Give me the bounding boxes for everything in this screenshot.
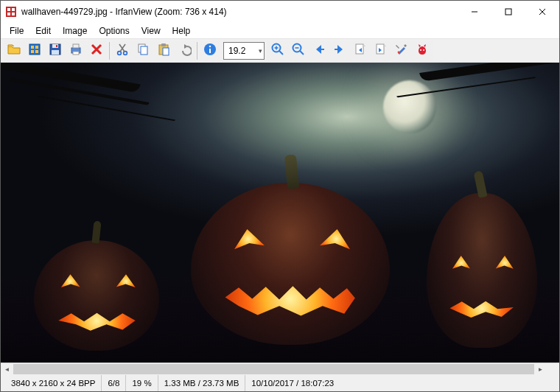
svg-rect-43: [335, 49, 339, 50]
svg-rect-4: [12, 13, 15, 15]
zoom-in-icon: [270, 42, 285, 59]
svg-line-40: [300, 51, 304, 55]
menu-file[interactable]: File: [4, 24, 29, 38]
first-file-icon: [353, 42, 368, 59]
zoom-in-button[interactable]: [267, 41, 288, 61]
previous-button[interactable]: [309, 41, 329, 61]
svg-rect-3: [7, 13, 10, 15]
open-button[interactable]: [4, 41, 24, 61]
svg-rect-2: [12, 8, 15, 11]
svg-rect-30: [161, 43, 166, 46]
info-button[interactable]: [200, 41, 220, 61]
svg-rect-42: [320, 49, 324, 50]
about-button[interactable]: [412, 41, 433, 61]
settings-icon: [394, 42, 409, 59]
copy-button[interactable]: [133, 41, 153, 61]
menu-edit[interactable]: Edit: [29, 24, 57, 38]
svg-point-47: [420, 49, 421, 51]
titlebar: wallhaven-449729.jpg - IrfanView (Zoom: …: [1, 1, 559, 23]
svg-rect-12: [31, 50, 34, 53]
svg-rect-17: [56, 45, 57, 47]
svg-point-48: [423, 49, 424, 51]
svg-rect-31: [163, 48, 169, 55]
cut-icon: [115, 42, 130, 59]
svg-point-34: [209, 46, 211, 48]
delete-icon: [89, 42, 104, 59]
zoom-value: 19.2: [228, 46, 245, 56]
close-button[interactable]: [525, 1, 559, 23]
svg-rect-6: [505, 9, 511, 15]
svg-rect-19: [73, 44, 79, 48]
settings-button[interactable]: [391, 41, 412, 61]
delete-button[interactable]: [86, 41, 107, 61]
slideshow-icon: [27, 42, 42, 59]
svg-rect-11: [35, 46, 38, 49]
svg-rect-16: [52, 50, 59, 55]
svg-rect-20: [73, 52, 79, 55]
image-viewport[interactable]: [1, 63, 559, 363]
window-title: wallhaven-449729.jpg - IrfanView (Zoom: …: [21, 7, 458, 17]
about-cat-icon: [415, 42, 430, 59]
first-file-button[interactable]: [350, 41, 371, 61]
minimize-button[interactable]: [458, 1, 491, 23]
toolbar-separator: [197, 42, 197, 60]
previous-icon: [312, 42, 326, 59]
scrollbar-thumb[interactable]: [13, 364, 534, 374]
svg-line-26: [119, 44, 125, 52]
status-file-index: 6/8: [102, 375, 126, 391]
window-controls: [458, 1, 559, 23]
info-icon: [203, 42, 217, 59]
next-button[interactable]: [329, 41, 350, 61]
svg-line-36: [279, 51, 283, 55]
paste-icon: [156, 42, 171, 59]
statusbar: 3840 x 2160 x 24 BPP 6/8 19 % 1.33 MB / …: [1, 375, 559, 391]
toolbar-separator: [109, 42, 110, 60]
paste-button[interactable]: [153, 41, 174, 61]
scrollbar-corner: [547, 363, 559, 375]
menu-help[interactable]: Help: [167, 24, 197, 38]
cut-button[interactable]: [112, 41, 133, 61]
zoom-out-icon: [291, 42, 306, 59]
svg-rect-1: [7, 8, 10, 11]
save-button[interactable]: [45, 41, 66, 61]
menu-options[interactable]: Options: [93, 24, 135, 38]
maximize-button[interactable]: [491, 1, 525, 23]
slideshow-button[interactable]: [24, 41, 45, 61]
save-icon: [48, 42, 63, 59]
next-icon: [332, 42, 347, 59]
status-dimensions: 3840 x 2160 x 24 BPP: [5, 375, 102, 391]
undo-button[interactable]: [174, 41, 195, 61]
open-folder-icon: [7, 42, 21, 59]
horizontal-scrollbar: ◄ ►: [1, 363, 559, 375]
print-button[interactable]: [66, 41, 86, 61]
print-icon: [69, 42, 83, 59]
status-zoom-percent: 19 %: [126, 375, 158, 391]
scrollbar-track[interactable]: [13, 363, 534, 375]
menu-image[interactable]: Image: [57, 24, 93, 38]
status-file-size: 1.33 MB / 23.73 MB: [158, 375, 246, 391]
app-icon: [5, 6, 17, 18]
menubar: File Edit Image Options View Help: [1, 23, 559, 38]
status-datetime: 10/10/2017 / 18:07:23: [245, 375, 340, 391]
svg-point-46: [398, 52, 400, 54]
svg-rect-44: [356, 44, 363, 54]
copy-icon: [136, 42, 150, 59]
zoom-combo[interactable]: 19.2 ▾: [223, 42, 265, 60]
menu-view[interactable]: View: [136, 24, 167, 38]
scroll-right-button[interactable]: ►: [534, 363, 547, 375]
svg-rect-13: [35, 50, 38, 53]
svg-line-25: [120, 44, 125, 52]
last-file-button[interactable]: [371, 41, 391, 61]
svg-rect-33: [209, 49, 211, 53]
toolbar: 19.2 ▾: [1, 38, 559, 63]
svg-rect-28: [141, 46, 147, 55]
undo-icon: [177, 42, 192, 59]
scroll-left-button[interactable]: ◄: [1, 363, 13, 375]
app-window: wallhaven-449729.jpg - IrfanView (Zoom: …: [0, 0, 560, 392]
displayed-image: [1, 63, 559, 363]
zoom-out-button[interactable]: [288, 41, 309, 61]
last-file-icon: [374, 42, 388, 59]
chevron-down-icon: ▾: [259, 47, 262, 55]
svg-rect-10: [31, 46, 34, 49]
